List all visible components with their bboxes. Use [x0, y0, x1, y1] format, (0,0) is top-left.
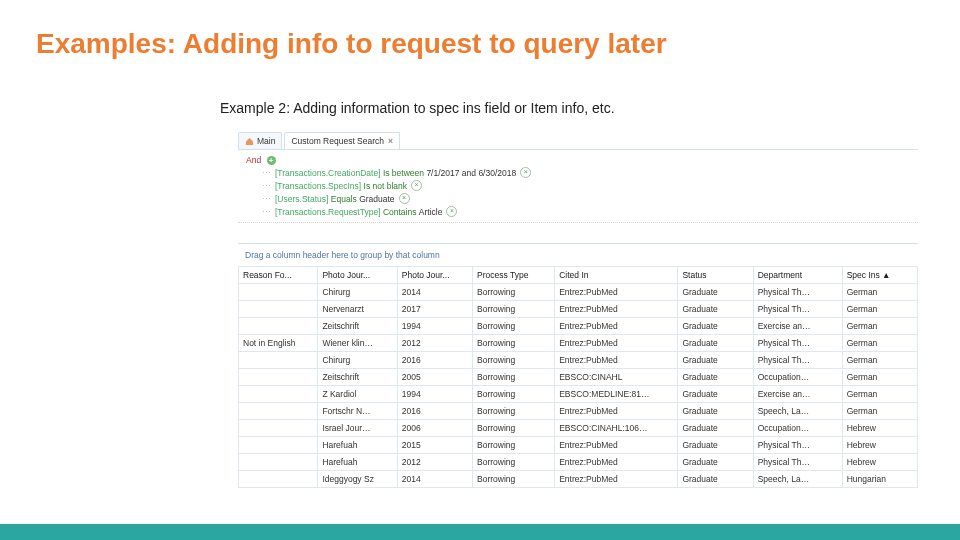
- table-cell: Harefuah: [318, 454, 397, 471]
- table-cell: Entrez:PubMed: [555, 318, 678, 335]
- table-cell: Occupation…: [753, 369, 842, 386]
- filter-field: [Users.Status]: [275, 194, 328, 204]
- tab-main-label: Main: [257, 136, 275, 146]
- table-cell: Harefuah: [318, 437, 397, 454]
- close-icon[interactable]: ×: [388, 136, 393, 146]
- table-cell: Fortschr N…: [318, 403, 397, 420]
- column-header[interactable]: Process Type: [473, 267, 555, 284]
- filter-row[interactable]: ⋯ [Transactions.RequestType] Contains Ar…: [268, 206, 914, 217]
- table-cell: Entrez:PubMed: [555, 352, 678, 369]
- add-filter-icon[interactable]: +: [267, 156, 276, 165]
- remove-filter-icon[interactable]: ×: [399, 193, 410, 204]
- results-table: Reason Fo...Photo Jour...Photo Jour...Pr…: [238, 266, 918, 488]
- table-cell: 2012: [397, 335, 472, 352]
- tree-line: ⋯: [262, 168, 273, 178]
- table-row[interactable]: Chirurg2016BorrowingEntrez:PubMedGraduat…: [239, 352, 918, 369]
- group-by-hint[interactable]: Drag a column header here to group by th…: [238, 243, 918, 266]
- column-header[interactable]: Photo Jour...: [397, 267, 472, 284]
- table-cell: Borrowing: [473, 420, 555, 437]
- table-row[interactable]: Zeitschrift2005BorrowingEBSCO:CINAHLGrad…: [239, 369, 918, 386]
- slide-title: Examples: Adding info to request to quer…: [0, 0, 960, 60]
- table-row[interactable]: Not in EnglishWiener klin…2012BorrowingE…: [239, 335, 918, 352]
- tree-line: ⋯: [262, 194, 273, 204]
- column-header[interactable]: Cited In: [555, 267, 678, 284]
- table-cell: Borrowing: [473, 471, 555, 488]
- filter-val: Article: [419, 207, 443, 217]
- remove-filter-icon[interactable]: ×: [411, 180, 422, 191]
- slide-subtitle: Example 2: Adding information to spec in…: [0, 60, 960, 126]
- table-row[interactable]: Chirurg2014BorrowingEntrez:PubMedGraduat…: [239, 284, 918, 301]
- table-cell: 2015: [397, 437, 472, 454]
- table-row[interactable]: Israel Jour…2006BorrowingEBSCO:CINAHL:10…: [239, 420, 918, 437]
- table-cell: 2012: [397, 454, 472, 471]
- table-cell: [239, 471, 318, 488]
- column-header[interactable]: Department: [753, 267, 842, 284]
- table-cell: Entrez:PubMed: [555, 454, 678, 471]
- table-cell: German: [842, 352, 917, 369]
- table-cell: German: [842, 318, 917, 335]
- table-cell: EBSCO:MEDLINE:81…: [555, 386, 678, 403]
- table-cell: Graduate: [678, 386, 753, 403]
- table-cell: Wiener klin…: [318, 335, 397, 352]
- table-row[interactable]: Harefuah2012BorrowingEntrez:PubMedGradua…: [239, 454, 918, 471]
- table-cell: Graduate: [678, 454, 753, 471]
- table-cell: German: [842, 335, 917, 352]
- table-cell: 2017: [397, 301, 472, 318]
- table-row[interactable]: Fortschr N…2016BorrowingEntrez:PubMedGra…: [239, 403, 918, 420]
- table-cell: Entrez:PubMed: [555, 335, 678, 352]
- table-cell: Graduate: [678, 369, 753, 386]
- table-cell: Hebrew: [842, 437, 917, 454]
- table-cell: Entrez:PubMed: [555, 301, 678, 318]
- table-cell: Speech, La…: [753, 471, 842, 488]
- table-cell: Entrez:PubMed: [555, 403, 678, 420]
- filter-field: [Transactions.RequestType]: [275, 207, 381, 217]
- table-row[interactable]: Nervenarzt2017BorrowingEntrez:PubMedGrad…: [239, 301, 918, 318]
- table-cell: Graduate: [678, 335, 753, 352]
- table-cell: Not in English: [239, 335, 318, 352]
- table-cell: 2016: [397, 352, 472, 369]
- column-header[interactable]: Spec Ins ▲: [842, 267, 917, 284]
- table-cell: German: [842, 284, 917, 301]
- table-cell: Physical Th…: [753, 335, 842, 352]
- table-cell: German: [842, 386, 917, 403]
- table-cell: Physical Th…: [753, 284, 842, 301]
- table-cell: [239, 352, 318, 369]
- remove-filter-icon[interactable]: ×: [446, 206, 457, 217]
- table-cell: [239, 386, 318, 403]
- column-header[interactable]: Photo Jour...: [318, 267, 397, 284]
- tab-main[interactable]: Main: [238, 132, 282, 149]
- table-cell: Graduate: [678, 301, 753, 318]
- table-cell: [239, 403, 318, 420]
- filter-op: Equals: [331, 194, 357, 204]
- remove-filter-icon[interactable]: ×: [520, 167, 531, 178]
- table-row[interactable]: Ideggyogy Sz2014BorrowingEntrez:PubMedGr…: [239, 471, 918, 488]
- table-cell: [239, 318, 318, 335]
- table-cell: Hebrew: [842, 420, 917, 437]
- table-row[interactable]: Z Kardiol1994BorrowingEBSCO:MEDLINE:81…G…: [239, 386, 918, 403]
- column-header[interactable]: Reason Fo...: [239, 267, 318, 284]
- tab-custom-label: Custom Request Search: [291, 136, 384, 146]
- table-cell: [239, 437, 318, 454]
- tree-line: ⋯: [262, 207, 273, 217]
- table-cell: Borrowing: [473, 386, 555, 403]
- table-cell: German: [842, 403, 917, 420]
- tree-line: ⋯: [262, 181, 273, 191]
- tab-custom[interactable]: Custom Request Search ×: [284, 132, 400, 149]
- filter-and[interactable]: And: [246, 155, 261, 165]
- table-cell: Borrowing: [473, 369, 555, 386]
- table-cell: 2005: [397, 369, 472, 386]
- table-row[interactable]: Harefuah2015BorrowingEntrez:PubMedGradua…: [239, 437, 918, 454]
- table-cell: 2016: [397, 403, 472, 420]
- column-header[interactable]: Status: [678, 267, 753, 284]
- table-cell: Borrowing: [473, 403, 555, 420]
- table-cell: 2014: [397, 471, 472, 488]
- table-cell: Graduate: [678, 437, 753, 454]
- tab-bar: Main Custom Request Search ×: [238, 132, 918, 150]
- table-row[interactable]: Zeitschrift1994BorrowingEntrez:PubMedGra…: [239, 318, 918, 335]
- filter-row[interactable]: ⋯ [Transactions.CreationDate] Is between…: [268, 167, 914, 178]
- filter-row[interactable]: ⋯ [Transactions.SpecIns] Is not blank ×: [268, 180, 914, 191]
- table-cell: EBSCO:CINAHL:106…: [555, 420, 678, 437]
- table-cell: Speech, La…: [753, 403, 842, 420]
- filter-row[interactable]: ⋯ [Users.Status] Equals Graduate ×: [268, 193, 914, 204]
- table-cell: Borrowing: [473, 284, 555, 301]
